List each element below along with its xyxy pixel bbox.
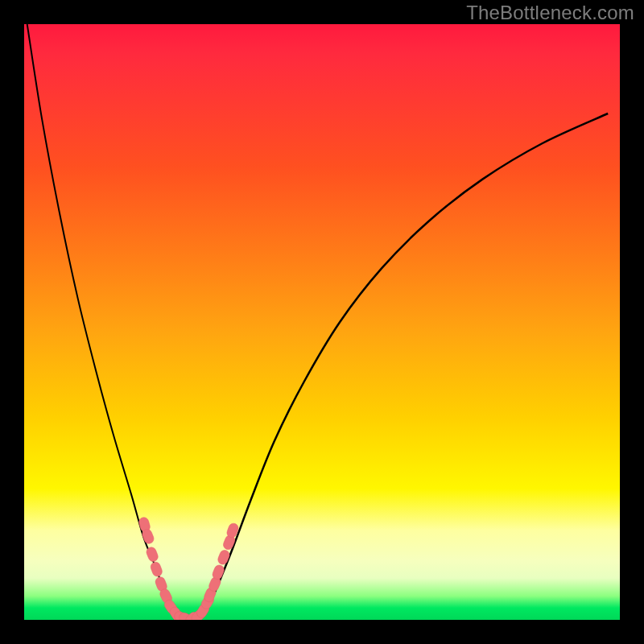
data-marker (150, 561, 164, 578)
watermark-text: TheBottleneck.com (466, 2, 634, 24)
curve-right-branch (197, 114, 609, 620)
curve-left-branch (27, 24, 185, 620)
chart-frame: TheBottleneck.com (0, 0, 644, 644)
curve-layer (24, 24, 620, 620)
plot-area (24, 24, 620, 620)
data-marker (217, 549, 231, 566)
